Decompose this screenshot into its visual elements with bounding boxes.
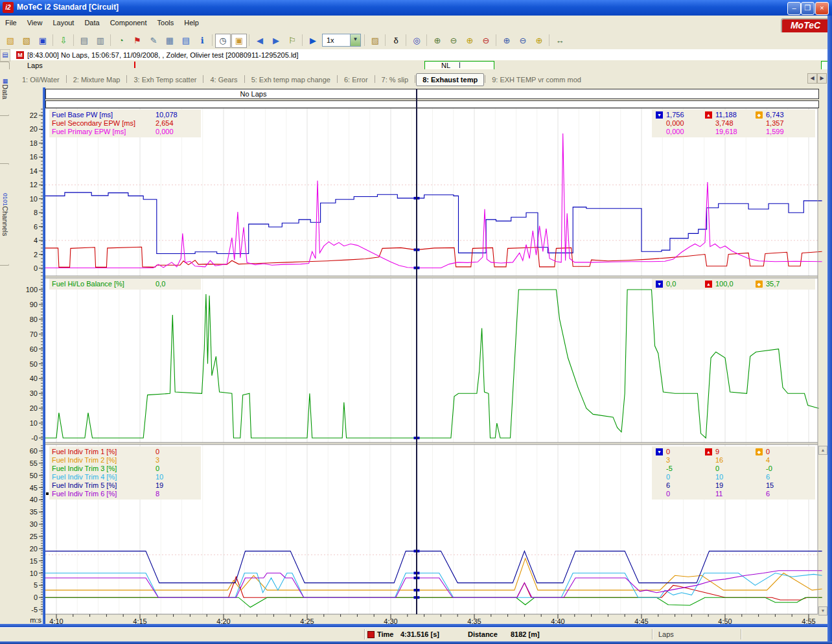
sidebar-tab-data[interactable]: ▦Data xyxy=(0,62,10,116)
stats-panel-3: ▼0▲9◆03164-50-00106619150116 xyxy=(652,446,815,500)
worksheet-tab-2[interactable]: 2: Mixture Map xyxy=(67,74,126,86)
menu-help[interactable]: Help xyxy=(179,16,204,29)
time-zoom-select[interactable]: 1x▼ xyxy=(322,34,361,47)
window-title: MoTeC i2 Standard [Circuit] xyxy=(17,3,119,12)
worksheet-tab-7[interactable]: 7: % slip xyxy=(376,74,415,86)
channel-cursor-value: 0 xyxy=(156,448,159,455)
calculator-icon[interactable]: ▦ xyxy=(162,34,178,48)
tab-scroll-right-icon[interactable]: ▶ xyxy=(817,73,827,84)
title-bar[interactable]: i2 MoTeC i2 Standard [Circuit] – ❒ × xyxy=(0,0,832,16)
worksheet-tab-4[interactable]: 4: Gears xyxy=(204,74,243,86)
menu-file[interactable]: File xyxy=(0,16,22,29)
stats-row: 61915 xyxy=(652,481,815,490)
channel-name: Fuel Hi/Lo Balance [%] xyxy=(52,280,124,288)
legend-row[interactable]: Fuel Hi/Lo Balance [%]0,0 xyxy=(49,280,201,288)
properties-icon[interactable]: ▨ xyxy=(367,34,383,48)
toolbar: ▧▧▣⇩▤▥◔⚑✎▦▤ℹ◷▣◀▶⚐▶1x▼▨δ◎⊕⊖⊕⊖⊕⊖⊕↔ xyxy=(0,32,832,50)
x-tick-label: 4:45 xyxy=(634,617,648,624)
play-icon[interactable]: ▶ xyxy=(305,34,321,48)
window-right-border xyxy=(827,16,832,641)
menu-layout[interactable]: Layout xyxy=(47,16,79,29)
info-icon[interactable]: ℹ xyxy=(194,34,210,48)
zoom-out-vertical-icon[interactable]: ⊖ xyxy=(515,34,531,48)
tab-separator xyxy=(203,75,203,83)
y-tick-label: 6 xyxy=(34,223,38,231)
y-tick-label: 4 xyxy=(34,236,38,244)
legend-row[interactable]: Fuel Primary EPW [ms]0,000 xyxy=(49,128,201,136)
zoom-out-selection-icon[interactable]: ⊖ xyxy=(478,34,494,48)
active-channel-marker xyxy=(46,492,49,495)
legend-row[interactable]: Fuel Indiv Trim 3 [%]0 xyxy=(49,465,201,473)
panel-collapse-up-icon[interactable]: ▲ xyxy=(818,446,827,455)
save-icon[interactable]: ▣ xyxy=(35,34,51,48)
stats-panel-2: ▼0,0▲100,0◆35,7 xyxy=(652,279,815,290)
worksheet-tab-9[interactable]: 9: EXH TEMP vr comm mod xyxy=(486,74,587,86)
edit-icon[interactable]: ✎ xyxy=(146,34,161,48)
details-icon[interactable]: ▤ xyxy=(178,34,194,48)
minimize-button[interactable]: – xyxy=(787,2,801,15)
tab-scroll-left-icon[interactable]: ◀ xyxy=(807,73,817,84)
legend-row[interactable]: Fuel Base PW [ms]10,078 xyxy=(49,111,201,119)
toolbar-separator xyxy=(496,34,496,46)
legend-row[interactable]: Fuel Indiv Trim 6 [%]8 xyxy=(49,490,201,498)
laps-bar[interactable] xyxy=(9,60,827,70)
channel-max-value: 0 xyxy=(715,465,719,472)
delta-icon[interactable]: δ xyxy=(388,34,404,48)
status-distance-label: Distance xyxy=(468,630,498,638)
cursor-line[interactable] xyxy=(416,89,417,614)
legend-row[interactable]: Fuel Indiv Trim 1 [%]0 xyxy=(49,448,201,456)
time-mode-icon[interactable]: ◷ xyxy=(215,34,231,48)
menu-component[interactable]: Component xyxy=(105,16,152,29)
zoom-cursor-icon[interactable]: ◎ xyxy=(409,34,424,48)
menu-tools[interactable]: Tools xyxy=(152,16,179,29)
y-tick-label: 50 xyxy=(30,472,38,479)
panel-collapse-down-icon[interactable]: ▼ xyxy=(818,606,827,615)
menu-view[interactable]: View xyxy=(22,16,48,29)
zoom-in-icon[interactable]: ⊕ xyxy=(430,34,445,48)
tab-separator xyxy=(415,75,415,83)
chart-canvas[interactable]: 2220181614121086420100908070605040302010… xyxy=(9,87,827,624)
worksheet-tab-1[interactable]: 1: Oil/Water xyxy=(16,74,65,86)
menu-data[interactable]: Data xyxy=(79,16,104,29)
close-button[interactable]: × xyxy=(815,2,829,15)
legend-row[interactable]: Fuel Secondary EPW [ms]2,654 xyxy=(49,119,201,128)
zoom-in-selection-icon[interactable]: ⊕ xyxy=(462,34,478,48)
print-icon[interactable]: ▤ xyxy=(76,34,92,48)
next-lap-icon[interactable]: ▶ xyxy=(268,34,284,48)
restore-button[interactable]: ❒ xyxy=(801,2,815,15)
gauge-icon[interactable]: ◔ xyxy=(113,34,129,48)
overlay-mode-icon[interactable]: ▣ xyxy=(231,34,247,48)
worksheet-tab-8[interactable]: 8: Exhaust temp xyxy=(416,73,484,86)
lap-range-box[interactable]: NL xyxy=(424,61,494,70)
worksheet-tab-6[interactable]: 6: Error xyxy=(338,74,374,86)
fit-width-icon[interactable]: ↔ xyxy=(552,34,568,48)
channel-max-value: 100,0 xyxy=(715,280,734,288)
worksheet-tab-5[interactable]: 5: Exh temp map change xyxy=(246,74,336,86)
zoom-selection-vertical-icon[interactable]: ⊕ xyxy=(531,34,547,48)
close-layout-icon[interactable]: ▧ xyxy=(19,34,34,48)
worksheet-tab-3[interactable]: 3: Exh Temp scatter xyxy=(128,74,202,86)
prev-lap-icon[interactable]: ◀ xyxy=(252,34,268,48)
channel-avg-value: 15 xyxy=(766,481,774,489)
stats-row: 3164 xyxy=(652,456,815,465)
legend-row[interactable]: Fuel Indiv Trim 4 [%]10 xyxy=(49,473,201,481)
channel-cursor-value: 10 xyxy=(156,473,163,481)
legend-row[interactable]: Fuel Indiv Trim 5 [%]19 xyxy=(49,481,201,490)
chevron-down-icon[interactable]: ▼ xyxy=(350,34,360,46)
zoom-in-vertical-icon[interactable]: ⊕ xyxy=(499,34,514,48)
legend-row[interactable]: Fuel Indiv Trim 2 [%]3 xyxy=(49,456,201,465)
import-data-icon[interactable]: ⇩ xyxy=(56,34,71,48)
zoom-out-icon[interactable]: ⊖ xyxy=(446,34,461,48)
y-tick-label: 20 xyxy=(30,125,38,133)
flag-marker-icon[interactable]: ⚐ xyxy=(284,34,300,48)
flag-red-icon[interactable]: ⚑ xyxy=(130,34,145,48)
y-tick-label: 40 xyxy=(30,496,38,503)
print-preview-icon[interactable]: ▥ xyxy=(93,34,108,48)
open-layout-icon[interactable]: ▧ xyxy=(3,34,18,48)
sidebar-tab-channels[interactable]: 0101Channels xyxy=(0,163,10,266)
sidebar-tab-label: Channels xyxy=(1,206,9,236)
channel-min-value: 0 xyxy=(666,490,670,498)
status-divider xyxy=(741,629,742,639)
data-panel-icon[interactable]: ▤ xyxy=(0,49,10,62)
stats-row: ▼0▲9◆0 xyxy=(652,448,815,456)
